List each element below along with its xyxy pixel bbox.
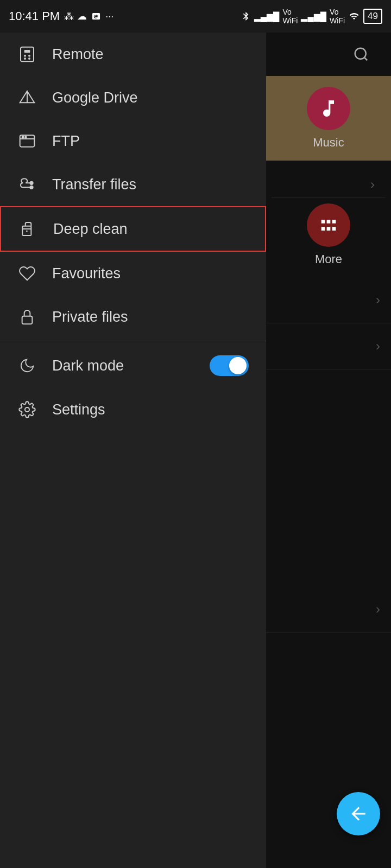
- bluetooth-icon: [241, 10, 251, 22]
- drawer-item-ftp[interactable]: FTP: [0, 119, 266, 163]
- status-left: 10:41 PM ⁂ ☁ ···: [9, 9, 113, 23]
- right-list-item-2[interactable]: ›: [266, 323, 391, 369]
- wifi-icon: [348, 11, 360, 21]
- svg-point-3: [28, 55, 30, 57]
- music-section: Music: [266, 76, 391, 161]
- drawer-item-remote[interactable]: Remote: [0, 33, 266, 76]
- transfer-icon: [17, 175, 37, 194]
- lock-icon: [17, 307, 37, 327]
- google-drive-icon: [17, 88, 37, 107]
- more-section: › More: [266, 161, 391, 277]
- search-button[interactable]: [348, 41, 375, 68]
- drawer-item-private-files[interactable]: Private files: [0, 295, 266, 339]
- svg-point-19: [355, 48, 366, 59]
- chevron-right-icon-1: ›: [376, 292, 380, 308]
- drawer-item-favourites[interactable]: Favourites: [0, 252, 266, 295]
- drawer-item-google-drive[interactable]: Google Drive: [0, 76, 266, 119]
- status-right: ▂▄▆█ VoWiFi ▂▄▆█ VoWiFi 49: [241, 8, 382, 25]
- chevron-right-icon-3: ›: [376, 602, 380, 617]
- right-list-item-1[interactable]: ›: [266, 277, 391, 323]
- more-icon-circle[interactable]: [307, 203, 350, 247]
- dots-icon: ···: [105, 11, 113, 22]
- status-icons: ⁂ ☁ ···: [64, 10, 113, 22]
- dark-mode-row: Dark mode: [0, 343, 266, 388]
- google-drive-label: Google Drive: [52, 90, 138, 106]
- deep-clean-icon: [18, 219, 38, 239]
- chevron-right-icon-2: ›: [376, 339, 380, 354]
- transfer-files-label: Transfer files: [52, 176, 136, 193]
- drawer-item-transfer-files[interactable]: Transfer files: [0, 163, 266, 206]
- vo-wifi-label: VoWiFi: [282, 8, 298, 25]
- heart-icon: [17, 264, 37, 283]
- svg-point-10: [22, 136, 24, 138]
- chevron-right-icon: ›: [370, 177, 375, 192]
- drawer: Remote Google Drive FTP: [0, 33, 266, 868]
- music-icon-circle[interactable]: [307, 87, 350, 130]
- svg-point-18: [25, 407, 29, 412]
- grid-icon: ⁂: [64, 10, 74, 22]
- svg-rect-0: [21, 47, 34, 62]
- svg-point-12: [30, 182, 33, 184]
- ftp-icon: [17, 131, 37, 151]
- fab-button[interactable]: [337, 792, 380, 835]
- right-header: [266, 33, 391, 76]
- cloud-icon: ☁: [77, 10, 87, 22]
- music-label: Music: [313, 136, 344, 150]
- right-list-item-top[interactable]: ›: [272, 171, 386, 198]
- status-bar: 10:41 PM ⁂ ☁ ··· ▂▄▆█ VoWiFi ▂▄▆█ VoWiFi: [0, 0, 391, 33]
- remote-icon: [17, 44, 37, 64]
- divider: [0, 341, 266, 341]
- signal-icon-2: ▂▄▆█: [301, 11, 326, 22]
- svg-point-13: [30, 186, 33, 189]
- signal-icon: ▂▄▆█: [254, 11, 280, 22]
- settings-icon: [17, 400, 37, 419]
- vo-wifi-label-2: VoWiFi: [330, 8, 345, 25]
- private-files-label: Private files: [52, 309, 128, 326]
- svg-rect-17: [22, 316, 33, 324]
- deep-clean-label: Deep clean: [53, 221, 128, 238]
- camera-icon: [90, 10, 102, 22]
- svg-line-20: [364, 58, 367, 60]
- svg-point-4: [24, 58, 26, 60]
- settings-label: Settings: [52, 401, 105, 418]
- more-label: More: [315, 252, 342, 266]
- svg-rect-1: [24, 50, 30, 53]
- ftp-label: FTP: [52, 133, 80, 150]
- right-panel: Music › More › › ›: [266, 33, 391, 868]
- dark-mode-toggle[interactable]: [210, 355, 249, 376]
- svg-point-11: [25, 136, 27, 138]
- right-list-item-3[interactable]: ›: [266, 586, 391, 633]
- fab-icon: [348, 803, 369, 824]
- drawer-item-settings[interactable]: Settings: [0, 388, 266, 431]
- svg-point-2: [24, 55, 26, 57]
- svg-point-5: [28, 58, 30, 60]
- drawer-item-deep-clean[interactable]: Deep clean: [0, 206, 266, 252]
- remote-label: Remote: [52, 46, 104, 63]
- dark-mode-label: Dark mode: [52, 358, 194, 374]
- favourites-label: Favourites: [52, 265, 121, 282]
- main-container: Remote Google Drive FTP: [0, 33, 391, 868]
- moon-icon: [17, 356, 37, 375]
- time-display: 10:41 PM: [9, 9, 60, 23]
- toggle-thumb: [229, 357, 247, 374]
- battery-display: 49: [363, 9, 382, 24]
